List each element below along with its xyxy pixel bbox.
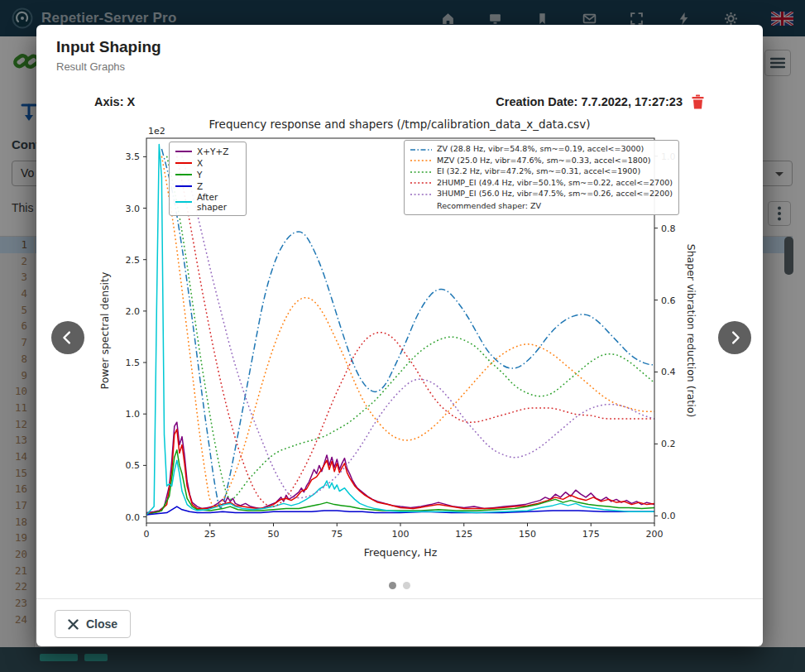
axis-label: Axis: X [94, 95, 135, 108]
carousel-dots [36, 582, 763, 589]
delete-result-button[interactable] [691, 94, 705, 109]
svg-text:0.5: 0.5 [126, 460, 141, 471]
legend-swatch [175, 173, 192, 176]
legend-swatch [410, 159, 432, 162]
legend-label: Z [197, 181, 203, 191]
legend-swatch [175, 185, 192, 188]
legend-label: ZV (28.8 Hz, vibr=54.8%, sm~=0.19, accel… [437, 145, 644, 154]
svg-text:75: 75 [331, 529, 343, 540]
legend-swatch [175, 161, 192, 165]
modal-header: Input Shaping Result Graphs [36, 25, 763, 73]
legend-label: EI (32.2 Hz, vibr=47.2%, sm~=0.31, accel… [437, 167, 640, 176]
legend-swatch [410, 193, 432, 196]
legend-entry: 3HUMP_EI (56.0 Hz, vibr=47.5%, sm~=0.26,… [410, 189, 673, 200]
legend-swatch [410, 181, 432, 185]
svg-text:1.5: 1.5 [126, 358, 141, 368]
legend-swatch [175, 200, 192, 204]
legend-entry: EI (32.2 Hz, vibr=47.2%, sm~=0.31, accel… [410, 166, 673, 178]
close-button-label: Close [86, 617, 117, 631]
modal-title: Input Shaping [56, 38, 743, 56]
svg-text:25: 25 [204, 529, 216, 540]
legend-entry: MZV (25.0 Hz, vibr=47.6%, sm~=0.33, acce… [410, 156, 673, 167]
legend-entry: X [175, 157, 240, 169]
page: Repetier-Server Pro Confi [0, 0, 805, 672]
svg-text:1e2: 1e2 [148, 126, 165, 137]
legend-label: After shaper [197, 192, 240, 212]
svg-text:50: 50 [268, 529, 280, 540]
svg-text:0.6: 0.6 [661, 295, 676, 306]
close-icon [68, 619, 79, 630]
svg-text:0: 0 [144, 529, 150, 540]
legend-label: 3HUMP_EI (56.0 Hz, vibr=47.5%, sm~=0.26,… [437, 190, 673, 199]
legend-entry: X+Y+Z [175, 146, 240, 157]
svg-text:200: 200 [646, 529, 664, 540]
legend-label: X [197, 158, 203, 168]
legend-swatch [410, 148, 432, 151]
chart: 02550751001251501752000.00.51.01.52.02.5… [95, 114, 704, 570]
legend-label: MZV (25.0 Hz, vibr=47.6%, sm~=0.33, acce… [437, 156, 651, 166]
svg-text:1.0: 1.0 [126, 409, 141, 420]
chart-area: 02550751001251501752000.00.51.01.52.02.5… [36, 114, 763, 570]
close-button[interactable]: Close [55, 610, 131, 638]
svg-text:2.5: 2.5 [126, 255, 141, 266]
graph-meta-row: Axis: X Creation Date: 7.7.2022, 17:27:2… [94, 94, 705, 109]
svg-text:0.8: 0.8 [661, 223, 676, 234]
svg-text:100: 100 [392, 529, 410, 540]
legend-psd: X+Y+Z X Y Z After shaper [169, 142, 247, 216]
carousel-prev-button[interactable] [51, 321, 84, 354]
chevron-left-icon [59, 329, 77, 347]
svg-text:0.2: 0.2 [661, 439, 676, 449]
carousel-dot[interactable] [403, 582, 410, 589]
svg-text:0.0: 0.0 [661, 511, 676, 521]
svg-text:Frequency response and shapers: Frequency response and shapers (/tmp/cal… [209, 118, 591, 131]
legend-swatch [175, 150, 192, 153]
svg-text:175: 175 [582, 529, 600, 540]
input-shaping-modal: Input Shaping Result Graphs Axis: X Crea… [36, 25, 763, 646]
carousel-next-button[interactable] [718, 321, 751, 354]
svg-text:Shaper vibration reduction (ra: Shaper vibration reduction (ratio) [685, 244, 697, 418]
trash-icon [691, 94, 705, 109]
svg-text:3.0: 3.0 [126, 204, 141, 214]
svg-text:150: 150 [519, 529, 536, 540]
legend-entry: 2HUMP_EI (49.4 Hz, vibr=50.1%, sm~=0.22,… [410, 178, 673, 190]
legend-label: 2HUMP_EI (49.4 Hz, vibr=50.1%, sm~=0.22,… [437, 179, 673, 188]
legend-label: Y [197, 170, 202, 180]
svg-text:Frequency, Hz: Frequency, Hz [364, 546, 438, 559]
legend-entry: After shaper [175, 192, 240, 212]
modal-footer: Close [36, 598, 763, 649]
legend-shapers: ZV (28.8 Hz, vibr=54.8%, sm~=0.19, accel… [404, 140, 679, 215]
modal-subtitle: Result Graphs [56, 60, 743, 73]
legend-entry: Y [175, 169, 240, 180]
svg-text:125: 125 [455, 529, 472, 540]
svg-text:0.4: 0.4 [661, 367, 676, 377]
legend-recommended-note: Recommended shaper: ZV [410, 200, 673, 212]
svg-text:2.0: 2.0 [126, 306, 141, 317]
carousel-dot[interactable] [389, 582, 396, 589]
creation-date: Creation Date: 7.7.2022, 17:27:23 [496, 95, 683, 108]
svg-text:3.5: 3.5 [126, 151, 141, 162]
legend-entry: ZV (28.8 Hz, vibr=54.8%, sm~=0.19, accel… [410, 144, 673, 156]
chevron-right-icon [726, 329, 744, 347]
legend-entry: Z [175, 180, 240, 192]
svg-text:Power spectral density: Power spectral density [98, 271, 111, 389]
svg-text:0.0: 0.0 [126, 512, 141, 523]
legend-label: X+Y+Z [197, 146, 228, 156]
legend-swatch [410, 170, 432, 174]
